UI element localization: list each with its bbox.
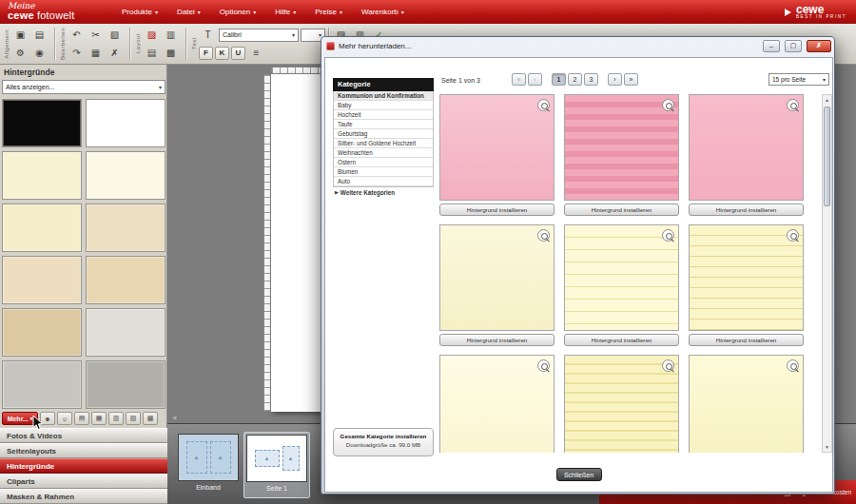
maximize-button[interactable]: ▢ — [785, 40, 802, 52]
background-swatch[interactable] — [86, 256, 165, 304]
menu-datei[interactable]: Datei▾ — [167, 0, 210, 24]
page-thumb-einband[interactable]: ▲ ▲ Einband — [175, 432, 242, 498]
category-blumen[interactable]: Blumen — [334, 167, 433, 177]
background-preview[interactable] — [689, 224, 804, 331]
install-background-button[interactable]: Hintergrund installieren — [439, 204, 554, 216]
category-baby[interactable]: Baby — [334, 101, 433, 110]
print-button[interactable]: ▤ — [30, 27, 49, 44]
background-swatch[interactable] — [2, 99, 82, 147]
background-preview[interactable] — [439, 94, 554, 201]
menu-produkte[interactable]: Produkte▾ — [112, 0, 167, 24]
sidebar-item-seitenlayouts[interactable]: Seitenlayouts — [0, 443, 167, 458]
sidebar-item-masken-rahmen[interactable]: Masken & Rahmen — [0, 489, 167, 504]
install-background-button[interactable]: Hintergrund installieren — [564, 334, 679, 346]
page-1-button[interactable]: 1 — [552, 73, 566, 86]
background-swatch[interactable] — [86, 204, 165, 252]
page-thumb-seite-1[interactable]: ▲ ▲ Seite 1 — [243, 432, 310, 498]
background-swatch[interactable] — [86, 360, 165, 409]
background-swatch[interactable] — [2, 204, 82, 252]
dialog-scrollbar[interactable]: ▲ ▼ — [822, 94, 832, 453]
scroll-down-button[interactable]: ▼ — [823, 442, 831, 452]
redo-button[interactable]: ↷ — [68, 45, 86, 62]
background-preview[interactable] — [689, 94, 804, 201]
menu-preise[interactable]: Preise▾ — [305, 0, 352, 24]
background-fill-button[interactable]: ▨ — [143, 27, 161, 44]
view-medium-button[interactable]: ▥ — [108, 412, 124, 425]
more-backgrounds-button[interactable]: Mehr... ▾ — [2, 412, 38, 425]
page-3-button[interactable]: 3 — [584, 73, 598, 86]
page-2-button[interactable]: 2 — [568, 73, 582, 86]
view-grid-button[interactable]: ▦ — [91, 412, 107, 425]
background-swatch[interactable] — [86, 151, 165, 200]
filter-all-button[interactable]: ☺ — [57, 412, 72, 425]
install-background-button[interactable]: Hintergrund installieren — [564, 204, 679, 216]
collapse-panel-button[interactable]: « — [169, 413, 181, 422]
delete-button[interactable]: ✗ — [106, 45, 124, 62]
zoom-icon[interactable] — [537, 229, 550, 242]
copy-button[interactable]: ▦ — [87, 45, 105, 62]
cut-button[interactable]: ✂ — [87, 27, 105, 44]
undo-button[interactable]: ↶ — [68, 27, 86, 44]
background-swatch[interactable] — [2, 360, 82, 409]
background-filter-select[interactable]: Alles anzeigen... ▾ — [2, 80, 165, 94]
background-swatch[interactable] — [2, 151, 82, 200]
font-family-select[interactable]: Calibri ▾ — [219, 29, 299, 42]
einband-thumbnail[interactable]: ▲ ▲ — [178, 434, 239, 481]
layout-single-button[interactable]: ▤ — [143, 45, 161, 62]
view-list-button[interactable]: ▤ — [74, 412, 89, 425]
background-swatch[interactable] — [2, 256, 82, 304]
bold-button[interactable]: F — [199, 47, 213, 60]
install-background-button[interactable]: Hintergrund installieren — [689, 204, 804, 216]
category-geburtstag[interactable]: Geburtstag — [334, 129, 433, 139]
text-tool-button[interactable]: T — [199, 27, 217, 44]
prev-page-button[interactable]: ‹ — [528, 73, 542, 86]
next-page-button[interactable]: › — [608, 73, 622, 86]
background-preview[interactable] — [439, 224, 554, 331]
zoom-icon[interactable] — [787, 229, 799, 242]
close-window-button[interactable]: ✗ — [807, 40, 831, 52]
menu-hilfe[interactable]: Hilfe▾ — [265, 0, 305, 24]
background-swatch[interactable] — [2, 308, 82, 357]
first-page-button[interactable]: « — [512, 73, 526, 86]
mask-button[interactable]: ▩ — [162, 45, 180, 62]
more-categories-button[interactable]: ▶ Weitere Kategorien — [333, 187, 434, 198]
zoom-icon[interactable] — [537, 359, 550, 372]
category-ostern[interactable]: Ostern — [334, 158, 433, 167]
zoom-icon[interactable] — [537, 99, 550, 111]
view-large-button[interactable]: ▧ — [126, 412, 141, 425]
preview-button[interactable]: ◉ — [30, 45, 49, 62]
layout-spread-button[interactable]: ▥ — [162, 27, 180, 44]
sidebar-item-cliparts[interactable]: Cliparts — [0, 474, 167, 489]
install-background-button[interactable]: Hintergrund installieren — [689, 334, 804, 346]
zoom-icon[interactable] — [787, 359, 799, 372]
close-dialog-button[interactable]: Schließen — [556, 468, 602, 481]
category-auto[interactable]: Auto — [334, 177, 433, 186]
category-hochzeit[interactable]: Hochzeit — [334, 110, 433, 120]
align-button[interactable]: ≡ — [247, 45, 265, 62]
italic-button[interactable]: K — [215, 47, 229, 60]
menu-optionen[interactable]: Optionen▾ — [210, 0, 265, 24]
category-silber-goldene-hochzeit[interactable]: Silber- und Goldene Hochzeit — [334, 139, 433, 148]
background-preview[interactable] — [439, 355, 554, 453]
paste-button[interactable]: ▧ — [106, 27, 124, 44]
background-swatch[interactable] — [86, 99, 165, 147]
sidebar-item-hintergruende[interactable]: Hintergründe — [0, 458, 167, 474]
category-weihnachten[interactable]: Weihnachten — [334, 148, 433, 158]
category-taufe[interactable]: Taufe — [334, 120, 433, 129]
save-button[interactable]: ▣ — [11, 27, 29, 44]
background-preview[interactable] — [564, 224, 679, 331]
settings-button[interactable]: ⚙ — [11, 45, 29, 62]
background-preview[interactable] — [689, 355, 804, 453]
dialog-titlebar[interactable]: Mehr herunterladen... – ▢ ✗ — [321, 37, 834, 54]
zoom-icon[interactable] — [662, 99, 674, 111]
background-swatch[interactable] — [86, 308, 165, 357]
scrollbar-thumb[interactable] — [824, 107, 830, 206]
view-detail-button[interactable]: ▩ — [143, 412, 158, 425]
zoom-icon[interactable] — [662, 359, 674, 372]
last-page-button[interactable]: » — [624, 73, 638, 86]
sidebar-item-fotos-videos[interactable]: Fotos & Videos — [0, 428, 167, 443]
per-page-select[interactable]: 15 pro Seite ▾ — [768, 73, 829, 86]
zoom-icon[interactable] — [787, 99, 799, 111]
minimize-button[interactable]: – — [763, 40, 780, 52]
underline-button[interactable]: U — [231, 47, 245, 60]
